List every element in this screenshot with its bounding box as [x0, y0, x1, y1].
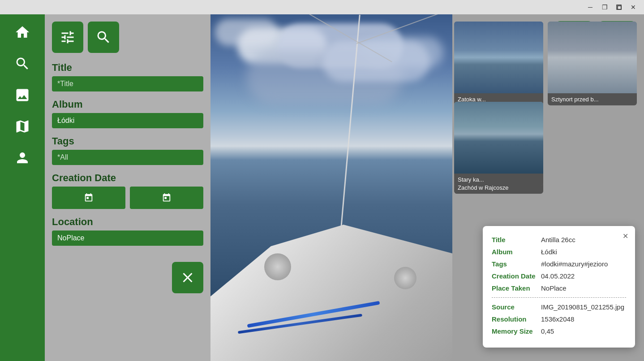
- sidebar-item-home[interactable]: [9, 19, 36, 46]
- info-divider: [492, 297, 626, 298]
- info-resolution-key: Resolution: [492, 314, 541, 324]
- album-filter-section: Album: [52, 99, 203, 128]
- info-popup-close-button[interactable]: ✕: [620, 231, 631, 241]
- title-filter-section: Title: [52, 62, 203, 91]
- minimize-button[interactable]: ─: [583, 0, 597, 14]
- info-row-source: Source IMG_20190815_021255.jpg: [492, 302, 626, 312]
- location-filter-section: Location: [52, 216, 203, 246]
- photo-thumb-1: [454, 22, 543, 93]
- svg-rect-1: [618, 6, 621, 9]
- location-filter-input[interactable]: [52, 231, 203, 246]
- filter-panel: Title Album Tags Creation Date Location: [45, 14, 210, 361]
- date-inputs: [52, 187, 203, 209]
- info-row-tags: Tags #lodki#mazury#jezioro: [492, 259, 626, 269]
- title-bar: ─ ❐ ✕: [0, 0, 644, 14]
- info-row-place: Place Taken NoPlace: [492, 283, 626, 293]
- info-title-val: Antilla 26cc: [541, 235, 575, 244]
- sidebar-item-map[interactable]: [9, 113, 36, 140]
- title-filter-label: Title: [52, 62, 203, 74]
- info-resolution-val: 1536x2048: [541, 314, 574, 324]
- album-filter-label: Album: [52, 99, 203, 110]
- title-filter-input[interactable]: [52, 76, 203, 91]
- info-album-val: Łódki: [541, 247, 557, 257]
- photo-card-4[interactable]: Stary ka...: [454, 102, 543, 186]
- filter-options-button[interactable]: [52, 22, 83, 53]
- clear-button[interactable]: [172, 262, 203, 293]
- creation-date-filter-label: Creation Date: [52, 172, 203, 184]
- info-source-key: Source: [492, 302, 541, 312]
- restore-button[interactable]: [612, 0, 626, 14]
- search-button[interactable]: [88, 22, 119, 53]
- photo-card-1[interactable]: Zatoka w...: [454, 22, 543, 105]
- sidebar-item-gallery[interactable]: [9, 82, 36, 109]
- info-row-album: Album Łódki: [492, 247, 626, 257]
- main-content: +: [210, 14, 644, 361]
- photo-thumb-2: [548, 22, 637, 93]
- info-source-val: IMG_20190815_021255.jpg: [541, 302, 624, 312]
- info-row-resolution: Resolution 1536x2048: [492, 314, 626, 324]
- maximize-button[interactable]: ❐: [597, 0, 612, 14]
- date-from-button[interactable]: [52, 187, 125, 209]
- tags-filter-label: Tags: [52, 135, 203, 147]
- filter-toolbar: [52, 22, 203, 53]
- photo-card-2[interactable]: Sztynort przed b...: [548, 22, 637, 105]
- info-popup: ✕ Title Antilla 26cc Album Łódki Tags #l…: [483, 226, 635, 348]
- info-album-key: Album: [492, 247, 541, 257]
- date-to-button[interactable]: [130, 187, 203, 209]
- photo-caption-4: Stary ka...: [454, 174, 543, 186]
- info-creation-date-key: Creation Date: [492, 271, 541, 281]
- tags-filter-input[interactable]: [52, 150, 203, 165]
- info-row-memory: Memory Size 0,45: [492, 326, 626, 336]
- album-filter-input[interactable]: [52, 113, 203, 128]
- info-memory-val: 0,45: [541, 326, 554, 336]
- info-row-creation-date: Creation Date 04.05.2022: [492, 271, 626, 281]
- info-tags-val: #lodki#mazury#jezioro: [541, 259, 608, 269]
- creation-date-filter-section: Creation Date: [52, 172, 203, 209]
- info-title-key: Title: [492, 235, 541, 244]
- info-tags-key: Tags: [492, 259, 541, 269]
- close-button[interactable]: ✕: [626, 0, 640, 14]
- info-place-val: NoPlace: [541, 283, 567, 293]
- sidebar-item-search[interactable]: [9, 50, 36, 77]
- info-creation-date-val: 04.05.2022: [541, 271, 575, 281]
- sidebar: [0, 14, 45, 361]
- location-filter-label: Location: [52, 216, 203, 228]
- sidebar-item-profile[interactable]: [9, 144, 36, 171]
- photo-thumb-4: [454, 102, 543, 174]
- tags-filter-section: Tags: [52, 135, 203, 165]
- info-memory-key: Memory Size: [492, 326, 541, 336]
- info-row-title: Title Antilla 26cc: [492, 235, 626, 244]
- info-place-key: Place Taken: [492, 283, 541, 293]
